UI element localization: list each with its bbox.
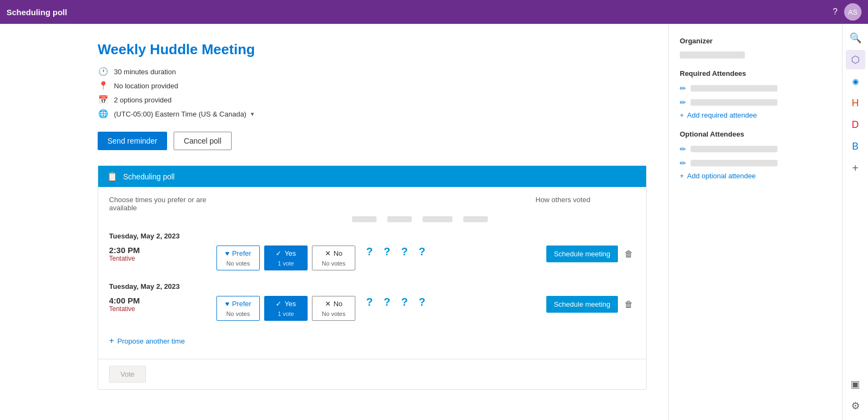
dynamics-icon-btn[interactable]: D — [846, 115, 865, 134]
x-icon-1: ✕ — [325, 249, 331, 257]
heart-icon-2: ♥ — [225, 300, 229, 308]
check-icon-1: ✓ — [276, 249, 282, 257]
optional-attendee-1-name — [691, 146, 777, 152]
time-slot-2-voters: ? ? ? ? — [360, 296, 542, 308]
required-attendee-2: ✏ — [680, 98, 831, 107]
yes-button-1[interactable]: ✓Yes 1 vote — [264, 245, 308, 270]
required-attendees-list: ✏ ✏ — [680, 84, 831, 107]
edit-optional-1-icon[interactable]: ✏ — [680, 145, 686, 153]
voter-q-4: ? — [419, 245, 425, 258]
right-icon-bar: 🔍 ⬡ ◉ H D B + ▣ ⚙ — [842, 24, 868, 420]
help-icon[interactable]: ? — [833, 7, 838, 17]
add-optional-label: Add optional attendee — [687, 172, 756, 180]
time-2-value: 4:00 PM — [109, 296, 212, 305]
time-slot-1-right: Schedule meeting 🗑 — [546, 245, 635, 262]
yes-button-2[interactable]: ✓Yes 1 vote — [264, 296, 308, 321]
schedule-meeting-button-2[interactable]: Schedule meeting — [546, 296, 618, 313]
organizer-label: Organizer — [680, 37, 831, 45]
no-button-1[interactable]: ✕No No votes — [312, 245, 355, 270]
options-meta: 📅 2 options provided — [98, 95, 647, 105]
settings-icon-btn[interactable]: ⚙ — [846, 396, 865, 416]
vote-button: Vote — [109, 366, 146, 383]
action-buttons: Send reminder Cancel poll — [98, 132, 647, 150]
clock-icon: 🕐 — [98, 67, 108, 76]
voter-q-1: ? — [366, 245, 373, 258]
yes-votes-2: 1 vote — [278, 311, 294, 317]
location-text: No location provided — [114, 82, 178, 90]
timezone-select[interactable]: (UTC-05:00) Eastern Time (US & Canada) ▼ — [114, 110, 255, 118]
required-attendees-label: Required Attendees — [680, 69, 831, 77]
edit-required-2-icon[interactable]: ✏ — [680, 98, 686, 107]
voter-name-1 — [352, 216, 376, 222]
cancel-poll-button[interactable]: Cancel poll — [174, 132, 232, 150]
propose-label: Propose another time — [117, 337, 184, 345]
poll-header-label: Scheduling poll — [123, 172, 175, 181]
organizer-name — [680, 51, 745, 59]
date-header-2: Tuesday, May 2, 2023 — [109, 277, 635, 294]
right-panel: Organizer Required Attendees ✏ ✏ + Add r… — [668, 24, 842, 420]
meta-list: 🕐 30 minutes duration 📍 No location prov… — [98, 67, 647, 119]
optional-attendee-2: ✏ — [680, 159, 831, 167]
poll-header-icon: 📋 — [107, 171, 118, 182]
voter-q-6: ? — [384, 296, 390, 308]
yes-votes-1: 1 vote — [278, 260, 294, 267]
hubspot-icon-btn[interactable]: H — [846, 93, 865, 113]
split-view-icon-btn[interactable]: ▣ — [846, 374, 865, 394]
voter-name-3 — [423, 216, 452, 222]
avatar-initials: AS — [848, 8, 857, 16]
time-1-value: 2:30 PM — [109, 245, 212, 255]
time-slot-2-right: Schedule meeting 🗑 — [546, 296, 635, 313]
outlook-icon-btn[interactable]: ◉ — [846, 72, 865, 91]
time-2-sub: Tentative — [109, 305, 212, 313]
voter-q-8: ? — [419, 296, 425, 308]
no-label-1: No — [334, 249, 343, 257]
poll-section: 📋 Scheduling poll Choose times you prefe… — [98, 165, 647, 390]
time-slot-1-label: 2:30 PM Tentative — [109, 245, 212, 262]
user-avatar[interactable]: AS — [844, 3, 861, 21]
content-area: Weekly Huddle Meeting 🕐 30 minutes durat… — [0, 24, 668, 420]
prefer-label-1: Prefer — [232, 249, 251, 257]
prefer-button-1[interactable]: ♥Prefer No votes — [216, 245, 260, 270]
globe-icon: 🌐 — [98, 109, 108, 119]
calendar-icon: 📅 — [98, 95, 108, 105]
voter-q-5: ? — [366, 296, 373, 308]
app-title: Scheduling poll — [7, 8, 67, 17]
no-votes-2: No votes — [322, 311, 345, 317]
voter-names-row — [109, 216, 635, 227]
send-reminder-button[interactable]: Send reminder — [98, 132, 167, 150]
prefer-button-2[interactable]: ♥Prefer No votes — [216, 296, 260, 321]
add-optional-attendee-link[interactable]: + Add optional attendee — [680, 172, 831, 180]
x-icon-2: ✕ — [325, 300, 331, 308]
delete-slot-2-button[interactable]: 🗑 — [622, 298, 635, 312]
bing-icon-btn[interactable]: B — [846, 137, 865, 156]
search-icon-btn[interactable]: 🔍 — [846, 28, 865, 48]
check-icon-2: ✓ — [276, 300, 282, 308]
optional-attendee-2-name — [691, 160, 777, 166]
voter-q-3: ? — [401, 245, 407, 258]
poll-column-headers: Choose times you prefer or are available… — [109, 196, 635, 216]
voter-q-2: ? — [384, 245, 390, 258]
edit-required-1-icon[interactable]: ✏ — [680, 84, 686, 93]
optional-attendees-list: ✏ ✏ — [680, 145, 831, 167]
heart-icon-1: ♥ — [225, 249, 229, 257]
delete-slot-1-button[interactable]: 🗑 — [622, 247, 635, 261]
timezone-meta[interactable]: 🌐 (UTC-05:00) Eastern Time (US & Canada)… — [98, 109, 647, 119]
time-slot-row-2: 4:00 PM Tentative ♥Prefer No votes ✓Yes … — [109, 294, 635, 327]
teams-icon-btn[interactable]: ⬡ — [846, 50, 865, 69]
location-icon: 📍 — [98, 81, 108, 91]
duration-meta: 🕐 30 minutes duration — [98, 67, 647, 76]
no-button-2[interactable]: ✕No No votes — [312, 296, 355, 321]
yes-label-1: Yes — [284, 249, 296, 257]
schedule-meeting-button-1[interactable]: Schedule meeting — [546, 245, 618, 262]
no-votes-1: No votes — [322, 260, 345, 267]
prefer-votes-2: No votes — [226, 311, 250, 317]
prefer-votes-1: No votes — [226, 260, 250, 267]
required-attendee-1: ✏ — [680, 84, 831, 93]
add-required-attendee-link[interactable]: + Add required attendee — [680, 111, 831, 119]
add-extension-btn[interactable]: + — [846, 158, 865, 178]
propose-another-time-link[interactable]: + Propose another time — [109, 336, 635, 346]
time-slot-2-actions: ♥Prefer No votes ✓Yes 1 vote ✕No No vote… — [216, 296, 355, 321]
edit-optional-2-icon[interactable]: ✏ — [680, 159, 686, 167]
required-attendee-1-name — [691, 85, 777, 92]
voter-name-2 — [387, 216, 412, 222]
